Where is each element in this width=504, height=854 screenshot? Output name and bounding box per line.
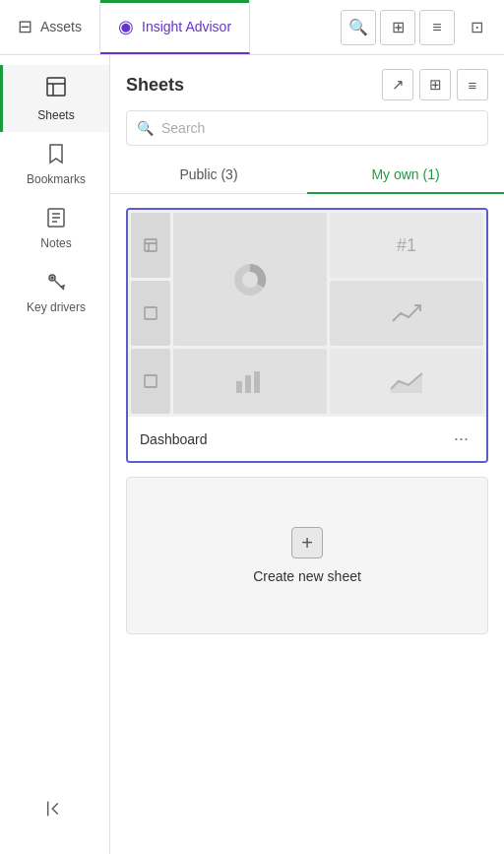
list-view-button[interactable]: ≡	[457, 69, 488, 100]
svg-rect-19	[254, 371, 260, 393]
top-navigation: ⊟ Assets ◉ Insight Advisor 🔍 ⊞ ≡ ⊡	[0, 0, 504, 55]
bookmarks-label: Bookmarks	[27, 172, 86, 186]
preview-cell-bar	[173, 349, 327, 414]
nav-right-icons: 🔍 ⊞ ≡ ⊡	[331, 0, 504, 54]
key-drivers-label: Key drivers	[27, 300, 86, 314]
preview-cell-nav3	[131, 349, 170, 414]
collapse-sidebar-button[interactable]	[0, 788, 109, 834]
content-header: Sheets ↗ ⊞ ≡	[110, 55, 504, 110]
sheets-label: Sheets	[37, 108, 74, 122]
sheet-card-dashboard[interactable]: #1	[126, 208, 488, 463]
tabs-row: Public (3) My own (1)	[110, 156, 504, 194]
preview-cell-trend	[330, 281, 483, 346]
notes-icon	[44, 206, 68, 232]
nav-search-icon: 🔍	[348, 18, 368, 36]
preview-cell-area	[330, 349, 483, 414]
insight-icon: ◉	[118, 16, 134, 37]
sidebar-item-notes[interactable]: Notes	[0, 196, 109, 260]
sidebar-item-bookmarks[interactable]: Bookmarks	[0, 132, 109, 196]
key-drivers-icon	[44, 270, 68, 296]
search-placeholder: Search	[161, 120, 205, 136]
list-view-icon: ≡	[469, 77, 477, 94]
active-indicator-bar	[100, 0, 249, 3]
nav-layout1-icon: ⊞	[392, 18, 405, 36]
svg-rect-15	[145, 307, 157, 319]
sheet-menu-button[interactable]: ···	[448, 427, 474, 451]
search-icon: 🔍	[137, 120, 154, 136]
nav-tab-insight[interactable]: ◉ Insight Advisor	[100, 0, 250, 54]
insight-tab-label: Insight Advisor	[142, 19, 231, 34]
search-container: 🔍 Search	[110, 110, 504, 156]
sheets-content: #1	[110, 194, 504, 854]
sheets-icon	[44, 75, 68, 104]
preview-cell-nav2	[131, 281, 170, 346]
svg-point-8	[51, 277, 53, 279]
header-icons: ↗ ⊞ ≡	[382, 69, 488, 100]
tab-my-own[interactable]: My own (1)	[307, 157, 504, 194]
preview-cell-hash: #1	[330, 213, 483, 278]
search-box[interactable]: 🔍 Search	[126, 110, 488, 146]
create-plus-button[interactable]: +	[291, 527, 323, 558]
svg-point-14	[242, 272, 258, 288]
sheet-card-footer: Dashboard ···	[128, 417, 486, 461]
tab-public[interactable]: Public (3)	[110, 157, 307, 194]
create-new-sheet-card[interactable]: + Create new sheet	[126, 477, 488, 634]
notes-label: Notes	[40, 236, 71, 250]
svg-rect-10	[145, 239, 157, 251]
sheet-preview: #1	[128, 210, 486, 417]
nav-tab-assets[interactable]: ⊟ Assets	[0, 0, 100, 54]
svg-rect-17	[236, 381, 242, 393]
nav-more-button[interactable]: ⊡	[459, 10, 494, 45]
bookmark-icon	[44, 142, 68, 168]
svg-rect-18	[245, 375, 251, 393]
assets-tab-label: Assets	[40, 19, 82, 34]
create-label: Create new sheet	[253, 568, 361, 584]
nav-layout1-button[interactable]: ⊞	[380, 10, 415, 45]
nav-search-button[interactable]: 🔍	[341, 10, 376, 45]
nav-layout2-icon: ≡	[432, 19, 441, 36]
sidebar-item-key-drivers[interactable]: Key drivers	[0, 260, 109, 324]
collapse-icon	[44, 798, 66, 824]
preview-cell-pie	[173, 213, 327, 346]
main-layout: Sheets Bookmarks Notes	[0, 55, 504, 854]
assets-grid-icon: ⊟	[18, 16, 32, 37]
nav-more-icon: ⊡	[471, 18, 483, 36]
content-area: Sheets ↗ ⊞ ≡ 🔍 Search Pu	[110, 55, 504, 854]
sheet-name: Dashboard	[140, 431, 448, 447]
sidebar: Sheets Bookmarks Notes	[0, 55, 110, 854]
preview-cell-nav1	[131, 213, 170, 278]
svg-rect-0	[47, 78, 65, 96]
svg-rect-16	[145, 375, 157, 387]
plus-icon: +	[301, 532, 313, 555]
grid-view-icon: ⊞	[429, 76, 442, 94]
grid-view-button[interactable]: ⊞	[419, 69, 451, 100]
sidebar-item-sheets[interactable]: Sheets	[0, 65, 109, 132]
expand-button[interactable]: ↗	[382, 69, 413, 100]
page-title: Sheets	[126, 75, 382, 96]
expand-icon: ↗	[392, 76, 405, 94]
nav-layout2-button[interactable]: ≡	[419, 10, 455, 45]
